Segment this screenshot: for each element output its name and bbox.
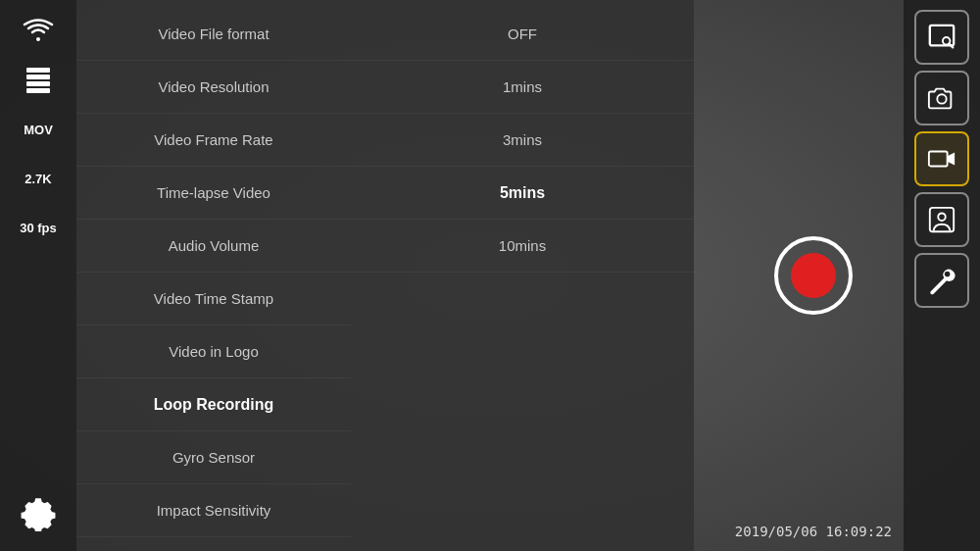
record-indicator <box>791 253 836 298</box>
menu-item-iso-value[interactable]: ISO Value <box>76 537 351 551</box>
record-button[interactable] <box>774 236 853 315</box>
menu-option-1mins[interactable]: 1mins <box>351 61 694 114</box>
svg-line-2 <box>950 44 954 48</box>
gallery-button[interactable] <box>914 10 969 65</box>
svg-point-6 <box>938 213 946 221</box>
video-camera-button[interactable] <box>914 131 969 186</box>
menu-item-impact-sensitivity[interactable]: Impact Sensitivity <box>76 484 351 537</box>
wifi-icon <box>11 10 66 53</box>
menu-option-5mins[interactable]: 5mins <box>351 167 694 220</box>
wrench-button[interactable] <box>914 253 969 308</box>
timestamp: 2019/05/06 16:09:22 <box>735 524 892 539</box>
right-sidebar <box>904 0 980 551</box>
menu-option-3mins[interactable]: 3mins <box>351 114 694 167</box>
menu-item-video-resolution[interactable]: Video Resolution <box>76 61 351 114</box>
menu-panel: Video File format Video Resolution Video… <box>76 0 694 551</box>
photo-camera-button[interactable] <box>914 71 969 125</box>
menu-item-gyro-sensor[interactable]: Gyro Sensor <box>76 431 351 484</box>
left-sidebar: MOV 2.7K 30 fps <box>0 0 76 551</box>
battery-icon <box>11 59 66 102</box>
resolution-badge: 2.7K <box>11 157 66 200</box>
menu-item-loop-recording[interactable]: Loop Recording <box>76 378 351 431</box>
menu-items-list: Video File format Video Resolution Video… <box>76 0 351 551</box>
menu-item-video-frame-rate[interactable]: Video Frame Rate <box>76 114 351 167</box>
menu-options-list: OFF 1mins 3mins 5mins 10mins <box>351 0 694 551</box>
portrait-button[interactable] <box>914 192 969 247</box>
menu-item-timelapse-video[interactable]: Time-lapse Video <box>76 167 351 220</box>
menu-item-video-file-format[interactable]: Video File format <box>76 8 351 61</box>
format-badge: MOV <box>11 108 66 151</box>
svg-point-3 <box>937 94 946 103</box>
settings-icon[interactable] <box>0 486 76 541</box>
menu-option-off[interactable]: OFF <box>351 8 694 61</box>
svg-rect-4 <box>929 152 948 167</box>
menu-item-audio-volume[interactable]: Audio Volume <box>76 220 351 273</box>
menu-item-video-time-stamp[interactable]: Video Time Stamp <box>76 273 351 326</box>
fps-badge: 30 fps <box>11 206 66 249</box>
menu-option-10mins[interactable]: 10mins <box>351 220 694 273</box>
menu-item-video-in-logo[interactable]: Video in Logo <box>76 326 351 378</box>
